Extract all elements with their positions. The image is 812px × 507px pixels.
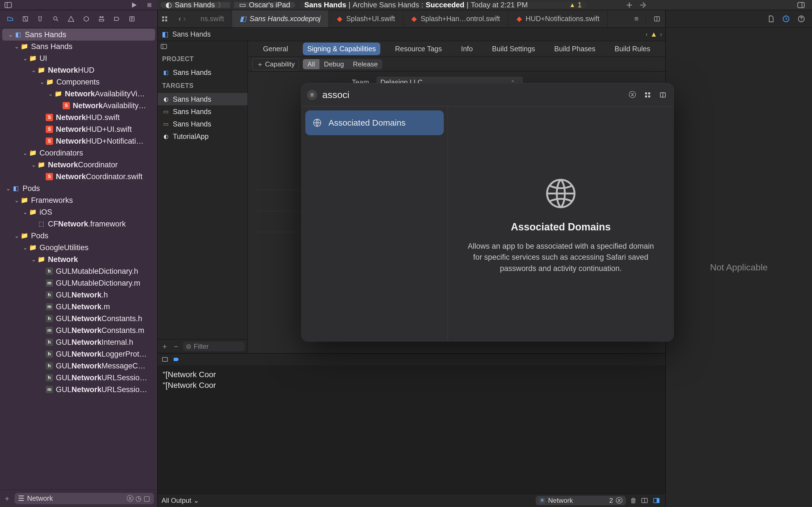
- activity-status[interactable]: Sans Hands | Archive Sans Hands: Succeed…: [299, 2, 587, 8]
- tree-root[interactable]: ⌄◧Sans Hands: [2, 29, 155, 41]
- tree-item[interactable]: ·hGULNetworkConstants.h: [0, 313, 157, 325]
- tab-general[interactable]: General: [259, 43, 293, 55]
- forward-button[interactable]: ›: [183, 14, 186, 23]
- run-button[interactable]: [129, 0, 139, 10]
- tree-item[interactable]: ⌄📁Sans Hands: [0, 41, 157, 52]
- disclosure-icon[interactable]: ⌄: [7, 31, 14, 38]
- tree-item[interactable]: ·hGULNetworkURLSessio…: [0, 372, 157, 384]
- disclosure-icon[interactable]: ⌄: [13, 197, 20, 204]
- tree-item[interactable]: ·hGULNetworkMessageC…: [0, 360, 157, 372]
- test-nav-icon[interactable]: [82, 14, 91, 23]
- tree-item[interactable]: ·hGULNetworkLoggerProt…: [0, 348, 157, 360]
- tree-item[interactable]: ·mGULNetworkConstants.m: [0, 325, 157, 336]
- toggle-navigator-icon[interactable]: [3, 0, 13, 10]
- disclosure-icon[interactable]: ⌄: [13, 232, 20, 239]
- breakpoint-indicator-icon[interactable]: [173, 356, 180, 363]
- source-control-icon[interactable]: [21, 14, 30, 23]
- tree-item[interactable]: ·mGULNetworkURLSessio…: [0, 384, 157, 395]
- console-view-icon[interactable]: [161, 356, 168, 363]
- tree-item[interactable]: ⌄📁GoogleUtilities: [0, 242, 157, 253]
- console-output[interactable]: "[Network Coor "[Network Coor: [158, 365, 665, 494]
- debug-nav-icon[interactable]: [97, 14, 106, 23]
- split-editor-icon[interactable]: [654, 15, 660, 22]
- tab-build-phases[interactable]: Build Phases: [550, 43, 600, 55]
- warning-icon[interactable]: ▲: [569, 1, 575, 9]
- outline-target-item[interactable]: ▭Sans Hands: [158, 105, 248, 118]
- config-scope-segment[interactable]: AllDebugRelease: [303, 59, 382, 69]
- capability-search-input[interactable]: [322, 89, 622, 100]
- history-inspector-icon[interactable]: [782, 15, 790, 23]
- chevron-left-icon[interactable]: ‹: [646, 31, 648, 38]
- editor-tab[interactable]: ◆Splash+Han…ontrol.swift: [403, 10, 508, 27]
- outline-filter-input[interactable]: ⊜Filter: [183, 342, 245, 351]
- library-icon[interactable]: [638, 0, 648, 10]
- tab-info[interactable]: Info: [456, 43, 477, 55]
- breakpoint-nav-icon[interactable]: [112, 14, 121, 23]
- editor-tab[interactable]: ◧Sans Hands.xcodeproj: [232, 10, 329, 27]
- tab-signing[interactable]: Signing & Capabilities: [303, 43, 380, 55]
- add-tab-button[interactable]: [624, 0, 634, 10]
- tab-build-rules[interactable]: Build Rules: [610, 43, 655, 55]
- warning-icon[interactable]: ▲: [651, 30, 658, 38]
- jump-bar[interactable]: ◧ Sans Hands ‹ ▲ ›: [158, 27, 665, 41]
- add-target-button[interactable]: ＋: [160, 341, 169, 351]
- list-view-icon[interactable]: [658, 90, 668, 100]
- tree-item[interactable]: ⌄📁UI: [0, 52, 157, 64]
- editor-grid-icon[interactable]: [158, 10, 172, 27]
- stop-button[interactable]: [145, 0, 154, 10]
- editor-options-icon[interactable]: ≡: [635, 14, 639, 23]
- disclosure-icon[interactable]: ⌄: [21, 150, 29, 156]
- show-variables-icon[interactable]: [641, 497, 650, 504]
- toggle-outline-icon[interactable]: [158, 41, 248, 52]
- destination-selector[interactable]: ▭ Oscar's iPad: [234, 2, 296, 8]
- back-button[interactable]: ‹: [179, 14, 181, 23]
- scheme-selector[interactable]: ◐ Sans Hands 〉: [160, 2, 230, 8]
- outline-target-item[interactable]: ◐Sans Hands: [158, 93, 248, 105]
- tree-item[interactable]: ⌄📁Pods: [0, 230, 157, 242]
- tree-item[interactable]: ·mGULNetwork.m: [0, 301, 157, 313]
- disclosure-icon[interactable]: ⌄: [21, 55, 29, 62]
- clear-filter-icon[interactable]: ⓧ: [126, 495, 134, 502]
- disclosure-icon[interactable]: ⌄: [21, 244, 29, 251]
- clear-search-icon[interactable]: ⓧ: [627, 90, 638, 100]
- tree-item[interactable]: ·SNetworkHUD+UI.swift: [0, 123, 157, 135]
- disclosure-icon[interactable]: ⌄: [30, 161, 37, 168]
- tree-item[interactable]: ·SNetworkHUD+Notificati…: [0, 135, 157, 147]
- toggle-inspector-icon[interactable]: [796, 0, 806, 10]
- editor-tab[interactable]: ◆Splash+UI.swift: [329, 10, 403, 27]
- recent-filter-icon[interactable]: ◷: [135, 495, 142, 502]
- clear-filter-icon[interactable]: ⓧ: [616, 496, 622, 505]
- disclosure-icon[interactable]: ⌄: [47, 91, 54, 97]
- editor-tab[interactable]: ◆HUD+Notifications.swift: [508, 10, 608, 27]
- tree-item[interactable]: ·mGULMutableDictionary.m: [0, 277, 157, 289]
- tab-build-settings[interactable]: Build Settings: [488, 43, 540, 55]
- tree-item[interactable]: ⌄📁iOS: [0, 206, 157, 218]
- editor-tab[interactable]: ns.swift: [193, 10, 232, 27]
- tree-item[interactable]: ⌄📁Frameworks: [0, 194, 157, 206]
- disclosure-icon[interactable]: ⌄: [30, 256, 37, 263]
- console-filter-input[interactable]: ≡ Network 2 ⓧ: [536, 496, 626, 505]
- show-console-icon[interactable]: [653, 497, 661, 504]
- file-inspector-icon[interactable]: [767, 15, 775, 23]
- tree-item[interactable]: ·⬚CFNetwork.framework: [0, 218, 157, 230]
- add-file-button[interactable]: ＋: [3, 494, 12, 503]
- tree-item[interactable]: ⌄📁NetworkCoordinator: [0, 159, 157, 171]
- tree-item[interactable]: ⌄📁Network: [0, 253, 157, 265]
- tab-resource-tags[interactable]: Resource Tags: [391, 43, 446, 55]
- navigator-filter-input[interactable]: ☰ Network ⓧ ◷ ▢: [15, 493, 154, 504]
- popover-back-button[interactable]: ≡: [307, 90, 317, 100]
- file-tree[interactable]: ⌄◧Sans Hands ⌄📁Sans Hands ⌄📁UI ⌄📁Network…: [0, 27, 157, 490]
- filter-mode-icon[interactable]: ≡: [539, 497, 545, 504]
- outline-target-item[interactable]: ◐TutorialApp: [158, 130, 248, 143]
- tree-item[interactable]: ⌄📁NetworkHUD: [0, 64, 157, 76]
- tree-item[interactable]: ⌄📁Coordinators: [0, 147, 157, 159]
- issue-nav-icon[interactable]: [66, 14, 75, 23]
- project-nav-icon[interactable]: [6, 14, 15, 23]
- tree-item[interactable]: ·SNetworkCoordinator.swift: [0, 171, 157, 182]
- tree-item[interactable]: ·hGULMutableDictionary.h: [0, 265, 157, 277]
- output-scope-select[interactable]: All Output⌄: [161, 497, 199, 504]
- disclosure-icon[interactable]: ⌄: [38, 78, 46, 86]
- report-nav-icon[interactable]: [128, 14, 137, 23]
- chevron-right-icon[interactable]: ›: [660, 31, 662, 38]
- remove-target-button[interactable]: －: [172, 341, 180, 351]
